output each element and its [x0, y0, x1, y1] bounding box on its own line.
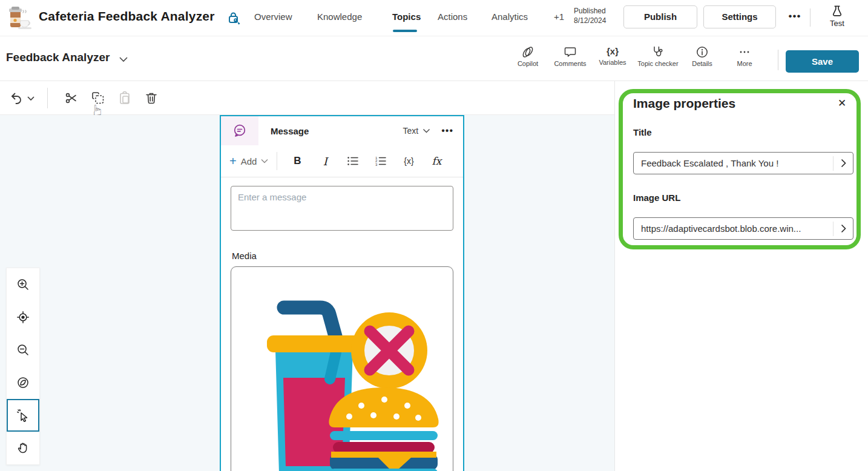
zoom-out-button[interactable] [7, 334, 39, 366]
message-node-icon-cell [221, 116, 258, 145]
formula-button[interactable]: fx [422, 150, 450, 172]
image-url-field-expand-button[interactable] [833, 224, 853, 233]
test-label: Test [822, 19, 852, 28]
cut-icon [64, 91, 79, 105]
cut-button[interactable] [63, 90, 80, 107]
plus-icon: + [229, 155, 237, 167]
more-label: More [724, 60, 765, 67]
message-input[interactable] [231, 186, 453, 231]
compass-icon [16, 376, 30, 389]
reset-view-button[interactable] [7, 366, 39, 399]
coffee-cup-logo [6, 5, 33, 31]
details-icon [695, 45, 709, 59]
topbar-divider [810, 8, 810, 27]
published-label: Published [574, 6, 606, 16]
numbered-list-icon: 1 2 3 [375, 156, 387, 166]
message-bubble-icon [232, 123, 248, 139]
topic-checker-button[interactable]: Topic checker [634, 45, 682, 76]
command-bar: Feedback Analyzer Copilot Comments {x} V… [0, 36, 868, 81]
top-bar: Cafeteria Feedback Analyzer Overview Kno… [0, 0, 868, 36]
zoom-in-button[interactable] [7, 268, 39, 301]
add-label: Add [241, 156, 257, 166]
media-card[interactable] [231, 266, 453, 471]
image-url-field[interactable]: https://adaptivecardsbot.blob.core.win..… [633, 217, 853, 240]
insert-variable-button[interactable]: {x} [395, 150, 422, 172]
topbar-more-button[interactable]: ••• [784, 8, 805, 27]
italic-button[interactable]: I [311, 150, 339, 172]
tab-knowledge[interactable]: Knowledge [317, 12, 362, 22]
copilot-button[interactable]: Copilot [507, 45, 548, 76]
panel-title: Image properties [633, 96, 735, 111]
center-canvas-button[interactable] [7, 301, 39, 334]
bold-button[interactable]: B [283, 150, 311, 172]
variables-button[interactable]: {x} Variables [592, 45, 633, 76]
copilot-label: Copilot [507, 60, 548, 67]
published-date: 8/12/2024 [574, 16, 606, 25]
title-field-expand-button[interactable] [833, 159, 853, 168]
chevron-down-icon[interactable] [119, 56, 128, 62]
message-node-header: Message Text ••• [221, 116, 463, 145]
more-button[interactable]: More [724, 45, 765, 76]
copilot-icon [521, 45, 535, 59]
app-title: Cafeteria Feedback Analyzer [39, 9, 215, 24]
fast-food-prohibited-illustration [239, 287, 445, 471]
tab-topics[interactable]: Topics [392, 12, 421, 22]
close-icon[interactable]: ✕ [834, 96, 850, 111]
message-type-dropdown[interactable]: Text [403, 126, 431, 136]
image-url-field-label: Image URL [633, 193, 680, 203]
settings-button[interactable]: Settings [703, 5, 776, 28]
tab-actions[interactable]: Actions [438, 12, 467, 22]
tab-analytics[interactable]: Analytics [492, 12, 528, 22]
bullet-list-button[interactable] [339, 150, 367, 172]
delete-icon [144, 91, 159, 105]
select-pointer-icon [16, 408, 30, 423]
chevron-down-icon [422, 128, 430, 134]
center-target-icon [16, 311, 30, 324]
svg-text:3: 3 [375, 163, 378, 166]
title-field-value[interactable]: Feedback Escalated , Thank You ! [634, 158, 833, 168]
message-node-menu-button[interactable]: ••• [441, 125, 453, 136]
flask-icon [830, 5, 844, 18]
chevron-right-icon [841, 159, 846, 168]
more-icon [738, 45, 751, 59]
comments-button[interactable]: Comments [550, 45, 591, 76]
edit-toolbar-divider [47, 88, 48, 108]
undo-dropdown-button[interactable] [24, 90, 38, 107]
title-field[interactable]: Feedback Escalated , Thank You ! [633, 152, 853, 174]
media-label: Media [232, 251, 453, 261]
message-node-body: Media [221, 177, 463, 471]
details-button[interactable]: Details [682, 45, 723, 76]
authoring-canvas[interactable]: Message Text ••• + Add B I [0, 115, 614, 471]
publish-button[interactable]: Publish [623, 5, 697, 28]
undo-icon [8, 91, 23, 105]
pan-tool-button[interactable] [7, 432, 39, 464]
image-url-field-value[interactable]: https://adaptivecardsbot.blob.core.win..… [634, 223, 833, 234]
test-button[interactable]: Test [822, 4, 852, 34]
details-label: Details [682, 60, 723, 67]
message-node[interactable]: Message Text ••• + Add B I [220, 115, 464, 471]
lock-key-icon [226, 10, 242, 26]
tab-overflow-count[interactable]: +1 [554, 12, 564, 22]
pan-hand-icon [16, 441, 30, 455]
paste-button[interactable] [116, 90, 133, 107]
add-button[interactable]: + Add [229, 155, 268, 167]
numbered-list-button[interactable]: 1 2 3 [367, 150, 395, 172]
message-node-title: Message [271, 126, 309, 136]
variables-icon: {x} [592, 45, 633, 58]
active-tab-underline [393, 30, 417, 32]
message-format-toolbar: + Add B I [221, 145, 463, 177]
select-tool-button[interactable] [7, 399, 39, 432]
bullet-list-icon [347, 156, 359, 166]
comments-label: Comments [550, 60, 591, 67]
zoom-in-icon [16, 278, 30, 291]
tab-overview[interactable]: Overview [254, 12, 292, 22]
chevron-right-icon [841, 224, 846, 233]
delete-button[interactable] [143, 90, 160, 107]
command-bar-divider [778, 50, 778, 70]
undo-button[interactable] [7, 90, 24, 107]
zoom-out-icon [16, 343, 30, 357]
comments-icon [564, 45, 577, 59]
variables-label: Variables [592, 59, 633, 66]
save-button[interactable]: Save [786, 50, 859, 73]
canvas-tool-rail [6, 268, 40, 465]
